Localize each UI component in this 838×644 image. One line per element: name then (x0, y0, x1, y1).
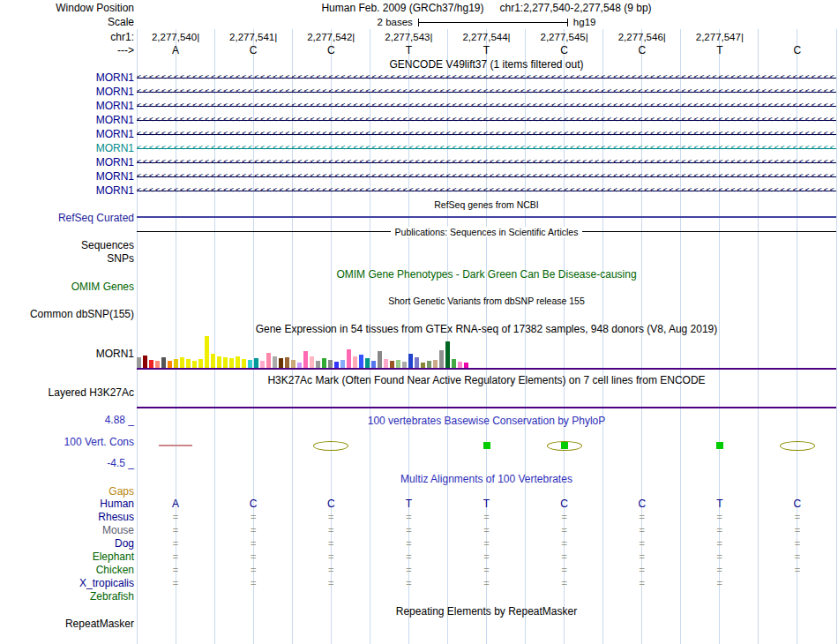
refseq-track-label[interactable]: RefSeq Curated (58, 212, 134, 224)
gtex-expression-bar[interactable] (248, 360, 252, 368)
gene-label-morn1[interactable]: MORN1 (96, 100, 134, 112)
phylop-track-label[interactable]: 100 Vert. Cons (64, 436, 134, 448)
gtex-expression-bar[interactable] (408, 354, 413, 368)
gtex-expression-bar[interactable] (415, 357, 419, 368)
gtex-expression-bar[interactable] (303, 351, 308, 368)
gtex-expression-bar[interactable] (155, 361, 160, 368)
gene-label-morn1[interactable]: MORN1 (96, 128, 134, 140)
gtex-expression-bar[interactable] (427, 361, 431, 368)
alignment-mark: = (173, 525, 178, 535)
gtex-expression-bar[interactable] (334, 362, 339, 368)
gene-transcript-row[interactable]: <<<<<<<<<<<<<<<<<<<<<<<<<<<<<<<<<<<<<<<<… (137, 155, 836, 169)
gtex-expression-bar[interactable] (297, 363, 302, 368)
dbsnp-track-label[interactable]: Common dbSNP(155) (30, 308, 134, 320)
gtex-expression-bar[interactable] (198, 359, 203, 368)
gene-label-morn1[interactable]: MORN1 (96, 156, 134, 168)
gtex-expression-bar[interactable] (174, 359, 178, 368)
gtex-expression-bar[interactable] (217, 356, 221, 368)
refseq-item-line[interactable] (137, 216, 836, 218)
species-row-label[interactable]: X_tropicalis (79, 577, 134, 589)
gtex-expression-bar[interactable] (439, 350, 444, 368)
gtex-expression-bar[interactable] (143, 356, 147, 368)
phylop-mark-ellipse[interactable] (313, 441, 348, 451)
gtex-expression-bar[interactable] (310, 356, 314, 368)
gtex-expression-bar[interactable] (378, 351, 382, 368)
gtex-expression-bar[interactable] (186, 359, 191, 368)
gene-transcript-row[interactable]: <<<<<<<<<<<<<<<<<<<<<<<<<<<<<<<<<<<<<<<<… (137, 127, 836, 141)
species-row-label[interactable]: Zebrafish (90, 590, 134, 603)
phylop-mark-box[interactable] (561, 442, 568, 449)
gtex-expression-bar[interactable] (242, 359, 246, 368)
gtex-expression-bar[interactable] (285, 357, 289, 368)
phylop-mark-ellipse[interactable] (780, 441, 815, 451)
phylop-mark-box[interactable] (716, 442, 723, 449)
human-row-label[interactable]: Human (100, 498, 134, 510)
gene-label-morn1[interactable]: MORN1 (96, 86, 134, 98)
phylop-mark-line[interactable] (159, 445, 192, 446)
gene-transcript-row[interactable]: <<<<<<<<<<<<<<<<<<<<<<<<<<<<<<<<<<<<<<<<… (137, 183, 836, 198)
gtex-expression-bar[interactable] (316, 361, 320, 368)
gene-transcript-row[interactable]: <<<<<<<<<<<<<<<<<<<<<<<<<<<<<<<<<<<<<<<<… (137, 99, 836, 113)
gtex-expression-bar[interactable] (254, 358, 258, 368)
h3k27ac-track-label[interactable]: Layered H3K27Ac (49, 386, 134, 399)
gtex-expression-bar[interactable] (236, 356, 240, 368)
gtex-expression-bar[interactable] (266, 353, 271, 368)
gtex-expression-bar[interactable] (353, 356, 357, 368)
gtex-expression-bar[interactable] (211, 354, 215, 368)
gtex-expression-bar[interactable] (384, 359, 388, 368)
gene-transcript-row[interactable]: <<<<<<<<<<<<<<<<<<<<<<<<<<<<<<<<<<<<<<<<… (137, 141, 836, 155)
species-row-label[interactable]: Rhesus (98, 511, 134, 523)
gtex-expression-bar[interactable] (192, 361, 197, 368)
gene-label-morn1[interactable]: MORN1 (96, 71, 134, 84)
gene-transcript-row[interactable]: <<<<<<<<<<<<<<<<<<<<<<<<<<<<<<<<<<<<<<<<… (137, 113, 836, 127)
gtex-expression-bar[interactable] (458, 362, 462, 368)
gene-transcript-row[interactable]: <<<<<<<<<<<<<<<<<<<<<<<<<<<<<<<<<<<<<<<<… (137, 71, 836, 85)
gtex-expression-bar[interactable] (390, 361, 394, 368)
gtex-expression-bar[interactable] (452, 359, 456, 368)
gtex-expression-bar[interactable] (328, 360, 333, 368)
gtex-expression-bar[interactable] (402, 362, 407, 368)
gtex-expression-bar[interactable] (205, 336, 209, 368)
repeatmasker-track-label[interactable]: RepeatMasker (65, 618, 134, 630)
gene-transcript-row[interactable]: <<<<<<<<<<<<<<<<<<<<<<<<<<<<<<<<<<<<<<<<… (137, 85, 836, 99)
gtex-expression-bar[interactable] (433, 360, 438, 368)
gaps-row-label[interactable]: Gaps (108, 485, 134, 498)
gtex-expression-bar[interactable] (229, 358, 234, 368)
gtex-expression-bar[interactable] (180, 357, 184, 368)
snps-track-label[interactable]: SNPs (107, 252, 134, 265)
gtex-expression-bar[interactable] (161, 357, 166, 368)
gtex-expression-bar[interactable] (273, 356, 277, 368)
omim-track-label[interactable]: OMIM Genes (71, 281, 134, 293)
gtex-expression-bar[interactable] (322, 358, 326, 368)
gtex-expression-bar[interactable] (371, 361, 376, 368)
gtex-expression-bar[interactable] (421, 363, 425, 368)
gene-label-morn1[interactable]: MORN1 (96, 142, 134, 154)
gtex-expression-bar[interactable] (365, 358, 370, 368)
alignment-mark: = (640, 525, 645, 535)
sequences-track-label[interactable]: Sequences (81, 239, 134, 251)
gtex-expression-bar[interactable] (168, 361, 172, 368)
species-row-label[interactable]: Mouse (102, 524, 134, 536)
species-row-label[interactable]: Elephant (93, 550, 134, 563)
gtex-expression-bar[interactable] (347, 349, 351, 368)
gtex-expression-bar[interactable] (340, 360, 345, 368)
gtex-expression-bar[interactable] (137, 357, 141, 368)
gtex-expression-bar[interactable] (260, 361, 265, 368)
alignment-mark: = (483, 578, 489, 588)
gtex-expression-bar[interactable] (396, 360, 400, 368)
gene-label-morn1[interactable]: MORN1 (96, 170, 134, 183)
gtex-expression-bar[interactable] (464, 363, 468, 368)
gene-transcript-row[interactable]: <<<<<<<<<<<<<<<<<<<<<<<<<<<<<<<<<<<<<<<<… (137, 169, 836, 183)
species-row-label[interactable]: Chicken (96, 564, 134, 576)
gtex-expression-bar[interactable] (149, 360, 153, 368)
species-row-label[interactable]: Dog (115, 537, 134, 550)
gtex-expression-bar[interactable] (279, 358, 283, 368)
phylop-mark-box[interactable] (483, 442, 490, 449)
gtex-gene-label[interactable]: MORN1 (96, 348, 134, 360)
gtex-expression-bar[interactable] (445, 341, 450, 368)
gtex-expression-bar[interactable] (291, 360, 296, 368)
gene-label-morn1[interactable]: MORN1 (96, 114, 134, 126)
gene-label-morn1[interactable]: MORN1 (96, 184, 134, 197)
gtex-expression-bar[interactable] (359, 355, 363, 368)
gtex-expression-bar[interactable] (223, 357, 228, 368)
